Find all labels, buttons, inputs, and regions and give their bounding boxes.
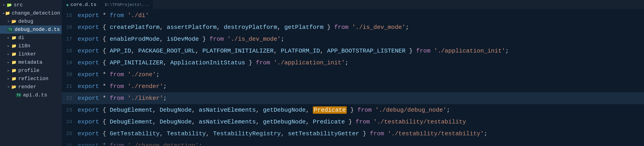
chevron-icon: ▸ [7, 44, 12, 48]
sidebar-item-debug_node_d_ts[interactable]: TSdebug_node.d.ts [0, 25, 62, 34]
token: { [99, 36, 110, 43]
sidebar-item-render[interactable]: ▾📂render [0, 83, 62, 91]
sidebar-item-src[interactable]: ▾📂src [0, 1, 62, 9]
token: './debug/debug_node' [372, 107, 447, 113]
chevron-icon: ▸ [7, 35, 12, 40]
token: } [324, 24, 334, 31]
folder-icon: 📁 [12, 43, 16, 48]
token: ; [345, 59, 348, 66]
token: enableProdMode [110, 36, 160, 43]
token: , [306, 119, 313, 125]
token: from [110, 95, 124, 102]
folder-icon: 📁 [5, 11, 10, 16]
code-content: export * from './render'; [78, 83, 167, 89]
token: './zone' [124, 71, 156, 78]
code-content: export * from './di' [78, 12, 149, 18]
token: export [78, 107, 99, 113]
token: , [131, 48, 138, 54]
token: , [281, 130, 288, 137]
token: DebugElement [110, 119, 152, 125]
token: { [99, 130, 110, 137]
token: ; [281, 36, 284, 43]
token: export [78, 48, 99, 54]
token: , [320, 48, 327, 54]
sidebar-item-change_detection[interactable]: ▸📁change_detection [0, 9, 62, 17]
token: ; [505, 48, 509, 54]
token: './change_detection' [124, 142, 199, 146]
sidebar-item-profile[interactable]: ▸📁profile [0, 67, 62, 74]
sidebar-item-api_d_ts[interactable]: TSapi.d.ts [0, 91, 62, 99]
token: , [274, 48, 281, 54]
token: './testability/testability [370, 119, 466, 125]
code-area: 15export * from './di'16export { createP… [62, 9, 644, 146]
token: './is_dev_mode' [224, 36, 281, 43]
sidebar: ▾📂src▸📁change_detection▾📂debug TSdebug_n… [0, 0, 62, 146]
sidebar-item-metadata[interactable]: ▸📁metadata [0, 58, 62, 67]
token: isDevMode [167, 36, 199, 43]
code-content: export { DebugElement, DebugNode, asNati… [78, 119, 466, 125]
token: from [334, 24, 348, 31]
sidebar-item-linker[interactable]: ▸📁linker [0, 50, 62, 58]
token: , [306, 107, 313, 113]
token: ; [163, 83, 167, 90]
token: , [160, 24, 167, 31]
token: './application_init' [270, 59, 345, 66]
token: , [160, 130, 167, 137]
token: APP_BOOTSTRAP_LISTENER [327, 48, 405, 54]
token: ; [446, 107, 450, 113]
token: './di' [124, 12, 149, 19]
token: from [110, 12, 124, 19]
code-content: export { enableProdMode, isDevMode } fro… [78, 36, 284, 42]
token: './testability/testability' [384, 130, 484, 137]
code-content: export * from './zone'; [78, 72, 160, 77]
token: asNativeElements [199, 119, 256, 125]
token: Predicate [313, 119, 345, 125]
token: export [78, 130, 99, 137]
sidebar-item-label: profile [18, 68, 39, 73]
code-line-22: 22export * from './linker'; [62, 92, 644, 104]
sidebar-item-label: debug [18, 19, 33, 24]
chevron-icon: ▸ [3, 11, 5, 15]
token: } [199, 36, 210, 43]
line-number: 23 [62, 107, 78, 113]
sidebar-item-i18n[interactable]: ▸📁i18n [0, 42, 62, 50]
sidebar-item-di[interactable]: ▸📁di [0, 34, 62, 42]
line-number: 26 [62, 143, 78, 146]
token: DebugNode [160, 107, 192, 113]
token: APP_INITIALIZER [110, 59, 163, 66]
ts-file-icon: ◈ [66, 2, 69, 7]
token: * [99, 71, 110, 78]
token: export [78, 71, 99, 78]
token: getDebugNode [263, 119, 306, 125]
sidebar-item-reflection[interactable]: ▸📁reflection [0, 74, 62, 83]
line-number: 16 [62, 25, 78, 30]
token: assertPlatform [167, 24, 216, 31]
token: getDebugNode [263, 107, 306, 113]
token: export [78, 142, 99, 146]
code-line-20: 20export * from './zone'; [62, 69, 644, 80]
sidebar-item-debug[interactable]: ▾📂debug [0, 17, 62, 25]
ts-file-icon: TS [8, 27, 13, 32]
token: DebugElement [110, 107, 152, 113]
chevron-icon: ▸ [7, 60, 12, 65]
token: { [99, 59, 110, 66]
token: * [99, 142, 110, 146]
token: , [277, 24, 284, 31]
token: export [78, 59, 99, 66]
code-content: export { GetTestability, Testability, Te… [78, 131, 487, 137]
token: , [192, 119, 199, 125]
token: PACKAGE_ROOT_URL [138, 48, 195, 54]
line-number: 15 [62, 13, 78, 18]
token: * [99, 83, 110, 90]
editor-tab[interactable]: ◈ core.d.ts [62, 0, 101, 9]
token: destroyPlatform [224, 24, 277, 31]
token: getPlatform [284, 24, 324, 31]
folder-icon: 📁 [12, 52, 16, 57]
token: , [152, 107, 160, 113]
chevron-icon: ▸ [7, 68, 12, 73]
folder-icon: 📂 [12, 84, 16, 89]
code-line-15: 15export * from './di' [62, 9, 644, 21]
sidebar-item-label: metadata [18, 60, 42, 65]
token: createPlatform [110, 24, 160, 31]
line-number: 20 [62, 72, 78, 77]
